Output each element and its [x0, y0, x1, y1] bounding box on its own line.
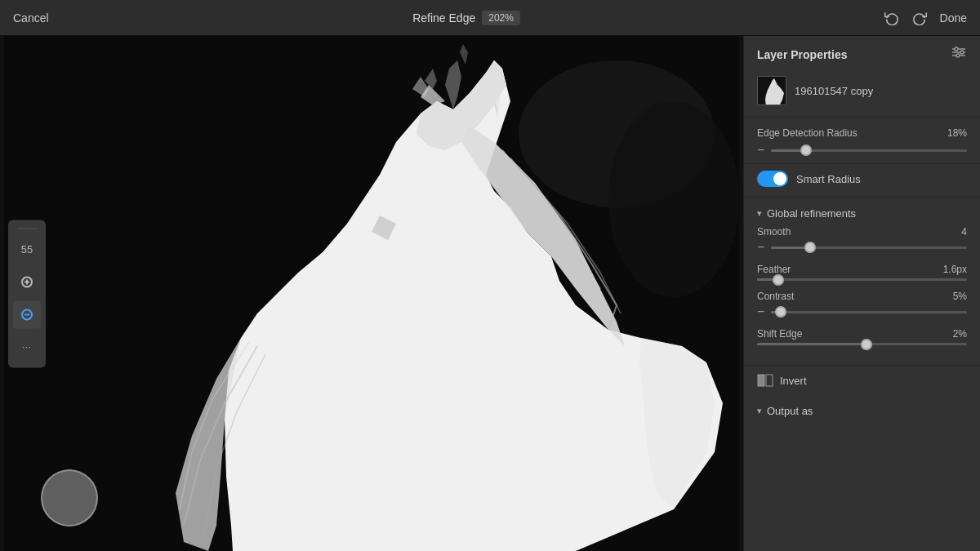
shift-edge-label: Shift Edge: [757, 328, 802, 340]
output-as-header[interactable]: ▾ Output as: [757, 405, 967, 417]
edge-detection-value: 18%: [947, 127, 967, 139]
smooth-minus[interactable]: −: [757, 241, 764, 254]
panel-title: Layer Properties: [757, 48, 848, 61]
svg-point-2: [608, 101, 739, 297]
contrast-minus[interactable]: −: [757, 305, 764, 318]
smooth-item: Smooth 4 −: [757, 226, 967, 254]
svg-rect-15: [758, 375, 764, 386]
main-content: 55 ··· La: [0, 36, 980, 551]
invert-label: Invert: [780, 375, 807, 387]
undo-button[interactable]: [884, 11, 899, 25]
subtract-tool-button[interactable]: [13, 300, 41, 328]
shift-edge-fill: [757, 343, 866, 345]
edge-detection-thumb[interactable]: [800, 144, 812, 156]
edge-detection-label: Edge Detection Radius: [757, 127, 858, 139]
invert-section: Invert: [744, 365, 980, 395]
edge-detection-section: Edge Detection Radius 18% −: [744, 118, 980, 164]
redo-button[interactable]: [912, 11, 927, 25]
more-icon: ···: [22, 343, 31, 352]
contrast-track: [771, 311, 967, 313]
done-button[interactable]: Done: [940, 11, 967, 24]
svg-rect-16: [766, 375, 773, 386]
title-label: Refine Edge: [412, 11, 475, 24]
feather-track: [757, 278, 967, 281]
edge-detection-track: [771, 149, 967, 152]
layer-thumbnail: [757, 76, 786, 105]
contrast-thumb[interactable]: [775, 306, 786, 318]
smooth-thumb[interactable]: [804, 242, 816, 253]
canvas-area[interactable]: 55 ···: [0, 36, 743, 551]
smooth-label: Smooth: [757, 226, 791, 238]
panel-options-button[interactable]: [951, 46, 967, 63]
layer-name: 196101547 copy: [795, 85, 873, 97]
smooth-track: [771, 247, 967, 249]
brush-size-button[interactable]: 55: [13, 235, 41, 263]
feather-item: Feather 1.6px: [757, 264, 967, 281]
shift-edge-thumb[interactable]: [861, 339, 872, 350]
contrast-item: Contrast 5% −: [757, 291, 967, 318]
invert-button[interactable]: Invert: [757, 374, 807, 387]
add-tool-button[interactable]: [13, 268, 41, 295]
shift-edge-track: [757, 343, 967, 345]
edge-detection-minus[interactable]: −: [757, 144, 764, 157]
invert-icon: [757, 374, 773, 387]
shift-edge-item: Shift Edge 2%: [757, 328, 967, 345]
toggle-knob: [773, 172, 786, 185]
smart-radius-toggle[interactable]: [757, 171, 788, 187]
svg-point-11: [955, 47, 958, 51]
contrast-label: Contrast: [757, 291, 794, 302]
smart-radius-label: Smart Radius: [796, 173, 861, 185]
brush-size-value: 55: [21, 243, 33, 256]
right-panel: Layer Properties: [743, 36, 980, 551]
output-chevron-icon: ▾: [757, 406, 762, 416]
contrast-value: 5%: [953, 291, 967, 302]
top-bar: Cancel Refine Edge 202% Done: [0, 0, 980, 36]
brush-cursor: [41, 469, 98, 527]
chevron-icon: ▾: [757, 208, 762, 219]
more-tools-button[interactable]: ···: [13, 333, 41, 361]
cancel-button[interactable]: Cancel: [13, 11, 49, 24]
feather-thumb[interactable]: [773, 274, 784, 286]
smooth-value: 4: [961, 226, 967, 238]
shift-edge-value: 2%: [953, 328, 967, 340]
refinements-section: Smooth 4 − Feather 1.6px: [744, 226, 980, 365]
canvas-image: [0, 36, 743, 551]
output-section: ▾ Output as: [744, 395, 980, 427]
layer-info: 196101547 copy: [744, 69, 980, 118]
global-refinements-label: Global refinements: [767, 207, 856, 220]
feather-value: 1.6px: [943, 264, 967, 275]
smart-radius-row: Smart Radius: [744, 164, 980, 198]
svg-point-13: [956, 54, 960, 57]
global-refinements-header[interactable]: ▾ Global refinements: [744, 198, 980, 226]
svg-point-12: [960, 51, 964, 54]
output-as-label: Output as: [767, 405, 813, 417]
toolbar-divider: [17, 228, 37, 229]
left-toolbar: 55 ···: [8, 220, 46, 367]
zoom-badge[interactable]: 202%: [482, 11, 520, 25]
panel-header: Layer Properties: [744, 36, 980, 69]
feather-label: Feather: [757, 264, 791, 275]
